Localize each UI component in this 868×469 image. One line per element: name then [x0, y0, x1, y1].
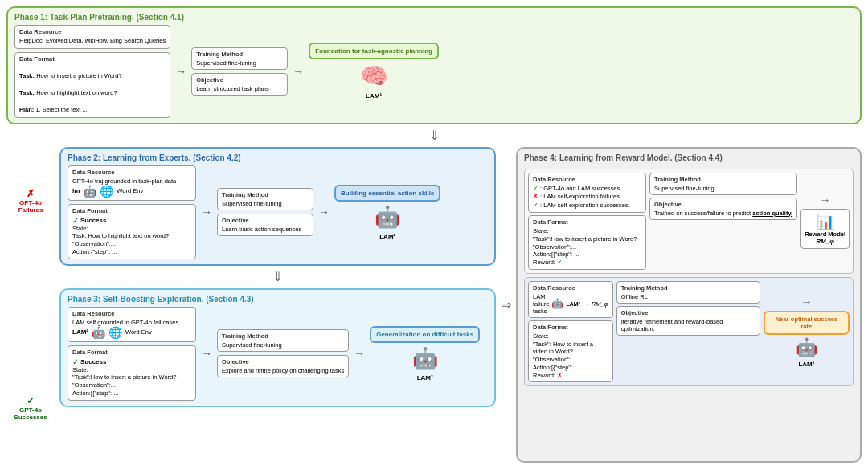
phase2-check-icon: ✓	[72, 216, 79, 225]
phase4-training-box2: Training Method Offline RL	[616, 281, 760, 304]
phase2-title: Phase 2: Learning from Experts. (Section…	[68, 153, 488, 162]
reward-model-icon: 📊	[817, 213, 834, 230]
phase3-right: Generalization on difficult tasks 🤖 LAM³	[370, 326, 480, 381]
phase3-to-phase4-arrow-container: ⇒	[501, 147, 511, 463]
phase1-data-format-content: Task: How to insert a picture in Word? T…	[19, 64, 166, 115]
phase4-x1: ✗	[533, 193, 538, 200]
phase4-reward-x: ✗	[557, 372, 563, 379]
phase3-lam2-label: LAM²	[72, 328, 88, 336]
main-down-arrow: ⇓	[6, 129, 862, 142]
left-phases: Phase 2: Learning from Experts. (Section…	[59, 147, 496, 463]
phase4-upper-inner: Data Resource ✓ : GPT-4o and LAM success…	[528, 173, 850, 270]
phase4-rm-label: RM_φ	[592, 300, 608, 308]
phase1-objective-content: Learn structured task plans	[196, 85, 283, 92]
phase1-data-format-label: Data Format	[19, 55, 166, 63]
phase2-robot-icon-right: 🤖	[375, 205, 400, 230]
phase4-lower-section: Data Resource LAM failure tasks 🤖 LAM³ →…	[524, 277, 854, 387]
phase2-data-resource-label: Data Resource	[72, 169, 191, 176]
phase3-arrow2: →	[354, 347, 365, 360]
phase1-brain-icon: 🧠	[360, 63, 388, 89]
phase2-success-label: Success	[80, 217, 106, 224]
x-icon: ✗	[27, 188, 35, 199]
phase4-callout: Near-optimal success rate	[764, 311, 850, 335]
phase3-mid: Training Method Supervised fine-tuning O…	[217, 329, 349, 377]
phase4-data-format-box1: Data Format State: "Task":How to insert …	[528, 215, 646, 270]
phase4-lower-inner: Data Resource LAM failure tasks 🤖 LAM³ →…	[528, 281, 850, 383]
phase4-training-label1: Training Method	[654, 176, 792, 183]
phase2-data-format-box: Data Format ✓ Success State: Task: How t…	[68, 204, 196, 259]
phase2-to-phase3-arrow: ⇓	[59, 271, 496, 283]
phase4-df-content2: State: "Task": How to insert a video in …	[533, 332, 608, 380]
phase1-data-resource-box: Data Resource HelpDoc, Evolved Data, wik…	[14, 25, 170, 49]
phase2-arrow1: →	[201, 206, 212, 218]
phase4-training-content1: Supervised fine-tuning	[654, 185, 792, 192]
phase2-word-env-row: lm 🤖 🌐 Word Env	[72, 185, 191, 198]
phase2-lm-label: lm	[72, 187, 80, 194]
phase1-data-format-box: Data Format Task: How to insert a pictur…	[14, 52, 170, 118]
phase3-to-phase4-arrow: ⇒	[501, 297, 511, 312]
phase4-objective-label1: Objective	[654, 201, 792, 208]
phase4-training-label2: Training Method	[621, 284, 755, 292]
phase4-data-resource-label1: Data Resource	[533, 176, 641, 183]
phase1-objective-label: Objective	[196, 76, 283, 84]
phase2-data-format-label: Data Format	[72, 207, 191, 214]
phase2-callout-text: Building essential action skills	[341, 190, 434, 197]
phase1-mid: Training Method Supervised fine-tuning O…	[191, 47, 288, 96]
phase4-data-format-label2: Data Format	[533, 324, 608, 331]
phase2-callout: Building essential action skills	[334, 185, 440, 202]
phase4-lower-right: → Near-optimal success rate 🤖 LAM¹	[764, 281, 850, 383]
phase2-objective-box: Objective Learn basic action sequences	[217, 214, 313, 236]
phase3-objective-box: Objective Explore and refine policy on c…	[217, 355, 349, 377]
phase3-objective-label: Objective	[222, 358, 344, 365]
phase4-lam3-icon: 🤖	[551, 298, 563, 309]
phase2-mid: Training Method Supervised fine-tuning O…	[217, 188, 313, 236]
gpt4o-failures-text: GPT-4oFailures	[18, 199, 43, 214]
phase4-reward-check: ✓	[557, 259, 563, 266]
phase1-callout-text: Foundation for task-agnostic planning	[315, 47, 432, 55]
phase4-data-format-box2: Data Format State: "Task": How to insert…	[528, 320, 613, 383]
phase2-data-resource-content: GPT-4o traj grounded in task-plan data	[72, 177, 191, 185]
phase3-training-label: Training Method	[222, 332, 344, 340]
phase3-left: Data Resource LAM self grounded in GPT-4…	[68, 307, 196, 401]
phase4-lam-final-label: LAM¹	[798, 361, 814, 368]
phase4-objective-label2: Objective	[621, 309, 755, 316]
phase4-check1: ✓	[533, 185, 538, 192]
phase4-dr-row1: ✓ : GPT-4o and LAM successes. ✗ : LAM se…	[533, 185, 641, 210]
phase4-box: Phase 4: Learning from Reward Model. (Se…	[516, 147, 862, 463]
phase4-arrow-right1: →	[820, 194, 831, 206]
phase4-upper-mid: Training Method Supervised fine-tuning O…	[649, 173, 797, 270]
phase3-lam-label: LAM³	[417, 374, 433, 381]
phase4-data-format-label1: Data Format	[533, 218, 641, 226]
phase3-check-icon: ✓	[72, 357, 79, 366]
phase4-lam-final-icon: 🤖	[796, 337, 817, 358]
phase2-training-content: Supervised fine-tuning	[222, 200, 309, 207]
phase1-training-box: Training Method Supervised fine-tuning	[191, 47, 288, 70]
phase3-data-format-label: Data Format	[72, 349, 191, 356]
phase3-data-resource-label: Data Resource	[72, 310, 191, 317]
phase1-arrow2: →	[293, 65, 304, 78]
phase2-word-env-label: Word Env	[117, 187, 143, 194]
reward-model-name: RM_φ	[816, 238, 834, 245]
phase3-word-env-label: Word Env	[125, 328, 152, 336]
phase2-right: Building essential action skills 🤖 LAM²	[334, 185, 440, 240]
phase3-robot-icon: 🤖	[92, 326, 105, 339]
phase3-arrow1: →	[201, 347, 212, 360]
reward-model-label: Reward Model	[805, 230, 845, 238]
phase4-callout-text: Near-optimal success rate	[776, 316, 838, 330]
phase2-training-box: Training Method Supervised fine-tuning	[217, 188, 313, 210]
phase3-success-row: ✓ Success	[72, 357, 191, 366]
phase4-upper-section: Data Resource ✓ : GPT-4o and LAM success…	[524, 169, 854, 274]
phase1-objective-box: Objective Learn structured task plans	[191, 73, 288, 96]
phase4-dr-content2: LAM failure tasks 🤖 LAM³ → RM_φ	[533, 293, 608, 315]
phase3-word-env-icon: 🌐	[108, 326, 122, 339]
phase1-left: Data Resource HelpDoc, Evolved Data, wik…	[14, 25, 170, 118]
phase2-data-format-content: State: Task: How to highlight text on wo…	[72, 225, 191, 256]
phase2-objective-content: Learn basic action sequences	[222, 226, 309, 233]
phase2-objective-label: Objective	[222, 217, 309, 224]
phase4-lower-left: Data Resource LAM failure tasks 🤖 LAM³ →…	[528, 281, 613, 383]
phase3-training-box: Training Method Supervised fine-tuning	[217, 329, 349, 352]
phase4-objective-content1: Trained on success/failure to predict ac…	[654, 210, 792, 217]
phase2-success-row: ✓ Success	[72, 216, 191, 225]
phase3-callout-text: Generalization on difficult tasks	[376, 331, 473, 338]
phase4-df-content1: State: "Task":How to insert a picture in…	[533, 227, 641, 267]
